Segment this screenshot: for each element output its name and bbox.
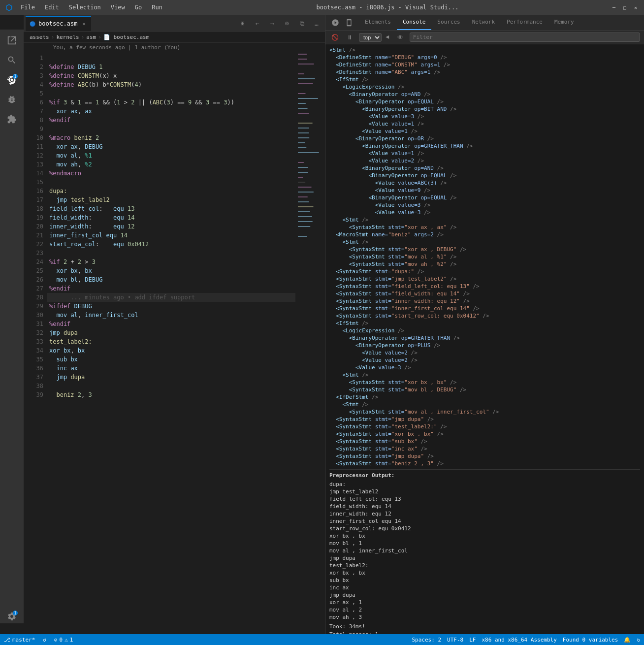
tab-performance[interactable]: Performance xyxy=(501,15,548,30)
branch-name: master* xyxy=(12,637,35,643)
status-bell[interactable]: 🔔 xyxy=(624,637,631,643)
activity-extensions[interactable] xyxy=(5,112,19,126)
preprocessor-section: Preprocessor Output: dupa: jmp test_labe… xyxy=(329,469,640,621)
breadcrumb: assets › kernels › asm › 📄 bootsec.asm xyxy=(24,32,325,43)
xml-output: <Stmt /> <DefineStmt name="DEBUG" args=0… xyxy=(329,46,640,467)
status-sync2[interactable]: ↻ xyxy=(637,637,640,643)
source-control-badge: 1 xyxy=(13,74,18,79)
menu-selection[interactable]: Selection xyxy=(67,3,103,12)
timing-section: Took: 34ms! Total passes: 1 Output size:… xyxy=(329,623,640,634)
sync-icon: ↺ xyxy=(43,637,46,643)
preprocessor-label: Preprocessor Output: xyxy=(329,472,640,480)
tab-bar: 🔵 bootsec.asm ✕ ⊞ ← → ⊙ ⧉ … xyxy=(24,15,325,32)
minimap[interactable] xyxy=(295,52,325,634)
tab-file-icon: 🔵 xyxy=(30,21,35,27)
menu-edit[interactable]: Edit xyxy=(43,3,61,12)
devtools-tabs: Elements Console Sources Network Perform… xyxy=(359,15,580,30)
tab-actions: ⊞ ← → ⊙ ⧉ … xyxy=(236,17,323,30)
pause-button[interactable]: ⏸ xyxy=(344,32,355,43)
titlebar: ⬡ File Edit Selection View Go Run bootse… xyxy=(0,0,644,15)
tab-close-button[interactable]: ✕ xyxy=(80,20,87,27)
filter-input[interactable] xyxy=(410,32,640,42)
preprocessor-output: dupa: jmp test_label2 field_left_col: eq… xyxy=(329,481,640,621)
menu-run[interactable]: Run xyxy=(150,3,164,12)
tab-console[interactable]: Console xyxy=(397,15,431,30)
breadcrumb-kernels[interactable]: kernels xyxy=(56,34,79,40)
menu-bar[interactable]: File Edit Selection View Go Run xyxy=(19,3,164,12)
status-branch[interactable]: ⎇ master* xyxy=(4,637,35,643)
tab-memory[interactable]: Memory xyxy=(548,15,580,30)
status-spaces[interactable]: Spaces: 2 xyxy=(412,637,441,643)
navigate-back-button[interactable]: ← xyxy=(251,17,264,30)
devtools-icons xyxy=(329,17,355,29)
breadcrumb-file[interactable]: 📄 bootsec.asm xyxy=(103,34,149,40)
activity-bar: 1 1 xyxy=(0,30,24,623)
status-encoding[interactable]: UTF-8 xyxy=(447,637,463,643)
devtools-inspect-icon[interactable] xyxy=(329,17,341,29)
breadcrumb-assets[interactable]: assets xyxy=(30,34,49,40)
window-title: bootsec.asm - i8086.js - Visual Studi... xyxy=(164,4,611,11)
console-output[interactable]: <Stmt /> <DefineStmt name="DEBUG" args=0… xyxy=(325,44,644,634)
code-content[interactable]: %define DEBUG 1 %define CONSTM(x) x %def… xyxy=(47,52,295,634)
eye-button[interactable]: 👁 xyxy=(395,32,406,43)
context-selector[interactable]: top xyxy=(359,33,382,42)
activity-debug[interactable] xyxy=(5,93,19,106)
passes-text: Total passes: 1 xyxy=(329,631,640,634)
breadcrumb-asm[interactable]: asm xyxy=(86,34,96,40)
menu-view[interactable]: View xyxy=(109,3,127,12)
code-editor[interactable]: 12345 678910 1112131415 1617181920 21222… xyxy=(24,52,325,634)
devtools-header: Elements Console Sources Network Perform… xyxy=(325,15,644,31)
tab-bootsec-asm[interactable]: 🔵 bootsec.asm ✕ xyxy=(26,16,91,31)
tab-label: bootsec.asm xyxy=(38,20,77,27)
activity-settings[interactable]: 1 xyxy=(5,610,19,623)
devtools-device-icon[interactable] xyxy=(343,17,355,29)
status-errors[interactable]: ⊘ 0 ⚠ 1 xyxy=(54,637,73,643)
clear-console-button[interactable]: 🚫 xyxy=(329,32,340,43)
menu-go[interactable]: Go xyxy=(133,3,144,12)
more-actions-button[interactable]: … xyxy=(310,17,323,30)
status-right: Spaces: 2 UTF-8 LF x86 and x86_64 Assemb… xyxy=(412,637,640,643)
warning-icon: ⚠ xyxy=(64,637,68,643)
menu-file[interactable]: File xyxy=(19,3,37,12)
split-editor-button[interactable]: ⊞ xyxy=(236,17,249,30)
navigate-forward-button[interactable]: → xyxy=(266,17,279,30)
timing-text: Took: 34ms! xyxy=(329,623,640,631)
status-language[interactable]: x86 and x86_64 Assembly xyxy=(482,637,556,643)
activity-explorer[interactable] xyxy=(5,33,19,47)
author-line: You, a few seconds ago | 1 author (You) xyxy=(24,43,325,52)
tab-network[interactable]: Network xyxy=(466,15,501,30)
maximize-button[interactable]: □ xyxy=(621,4,628,11)
status-sync[interactable]: ↺ xyxy=(43,637,46,643)
tab-sources[interactable]: Sources xyxy=(431,15,466,30)
console-toolbar: 🚫 ⏸ top ▾ 👁 xyxy=(325,31,644,44)
activity-search[interactable] xyxy=(5,53,19,67)
minimize-button[interactable]: ─ xyxy=(611,4,617,11)
close-button[interactable]: ✕ xyxy=(632,4,639,11)
split-view-button[interactable]: ⧉ xyxy=(295,17,308,30)
line-numbers: 12345 678910 1112131415 1617181920 21222… xyxy=(24,52,47,634)
status-lineending[interactable]: LF xyxy=(469,637,476,643)
error-count: 0 xyxy=(60,637,63,643)
context-dropdown-icon: ▾ xyxy=(383,34,393,40)
status-bar: ⎇ master* ↺ ⊘ 0 ⚠ 1 Spaces: 2 UTF-8 LF x… xyxy=(0,634,644,645)
git-icon: ⎇ xyxy=(4,637,10,643)
devtools-panel: Elements Console Sources Network Perform… xyxy=(325,15,644,634)
warning-count: 1 xyxy=(70,637,73,643)
tab-elements[interactable]: Elements xyxy=(359,15,397,30)
go-to-file-button[interactable]: ⊙ xyxy=(281,17,293,30)
status-variables[interactable]: Found 0 variables xyxy=(563,637,618,643)
settings-badge: 1 xyxy=(13,611,18,615)
activity-source-control[interactable]: 1 xyxy=(5,73,19,87)
vscode-icon: ⬡ xyxy=(5,3,13,11)
error-icon: ⊘ xyxy=(54,637,58,643)
window-controls: ─ □ ✕ xyxy=(611,4,639,11)
